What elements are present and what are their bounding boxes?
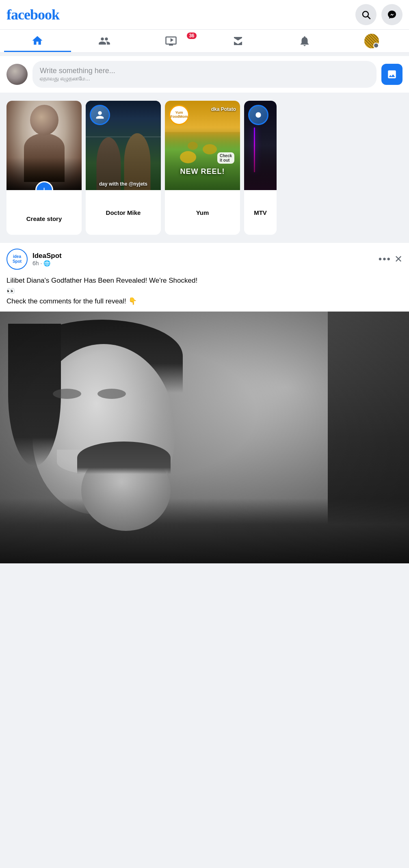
nav-item-profile[interactable] <box>338 30 405 52</box>
post-placeholder-tamil: ஏதாவது எழுதலாமே... <box>40 75 369 82</box>
post-header: ideaSpot IdeaSpot 6h · 🌐 ••• ✕ <box>0 243 409 274</box>
nav-item-home[interactable] <box>4 30 71 52</box>
watch-badge: 36 <box>187 32 196 39</box>
dismiss-post-button[interactable]: ✕ <box>394 253 403 265</box>
ideaspot-avatar[interactable]: ideaSpot <box>6 249 28 270</box>
facebook-logo: facebook <box>6 6 59 23</box>
doctor-mike-story[interactable]: day with the @nyjets Doctor Mike <box>86 101 161 235</box>
stories-scroll-container: + Create story <box>0 99 409 236</box>
post-composer: Write something here... ஏதாவது எழுதலாமே.… <box>0 56 409 93</box>
create-story-label: Create story <box>26 215 62 222</box>
nav-item-notifications[interactable] <box>271 31 338 51</box>
post-text-content: Lilibet Diana's Godfather Has Been Revea… <box>0 274 409 312</box>
doctor-mike-label: Doctor Mike <box>106 209 141 216</box>
stories-section: + Create story <box>0 96 409 240</box>
messenger-button[interactable] <box>381 4 403 25</box>
post-placeholder-english: Write something here... <box>40 67 369 75</box>
user-avatar <box>6 64 28 85</box>
header-icons <box>355 4 403 25</box>
add-photo-button[interactable] <box>381 64 403 85</box>
nav-item-watch[interactable]: 36 <box>138 31 205 51</box>
post-input-area[interactable]: Write something here... ஏதாவது எழுதலாமே.… <box>32 61 377 88</box>
post-author-name: IdeaSpot <box>32 252 374 260</box>
post-card: ideaSpot IdeaSpot 6h · 🌐 ••• ✕ Lilibet D… <box>0 243 409 563</box>
post-time: 6h · 🌐 <box>32 260 374 266</box>
navigation-bar: 36 <box>0 30 409 53</box>
post-text-line1: Lilibet Diana's Godfather Has Been Revea… <box>6 275 403 286</box>
check-it-out-badge: Checkit out <box>217 152 234 164</box>
new-reel-label: NEW REEL! <box>165 167 240 176</box>
create-story-card[interactable]: + Create story <box>6 101 82 235</box>
post-emoji-eyes: 👀 <box>6 286 403 297</box>
post-text-line2: Check the comments for the full reveal! … <box>6 296 403 307</box>
post-meta: IdeaSpot 6h · 🌐 <box>32 252 374 266</box>
post-image[interactable] <box>0 312 409 563</box>
yum-story[interactable]: YumFoodMom NEW REEL! dka Potato Checkit … <box>165 101 240 235</box>
post-actions: ••• ✕ <box>379 253 403 265</box>
globe-icon: 🌐 <box>43 260 50 266</box>
potato-text: dka Potato <box>211 106 236 112</box>
yum-label: Yum <box>196 209 209 216</box>
search-button[interactable] <box>355 4 377 25</box>
svg-line-1 <box>368 17 370 19</box>
nav-item-friends[interactable] <box>71 31 138 51</box>
svg-point-3 <box>255 112 261 117</box>
nav-item-marketplace[interactable] <box>205 31 272 51</box>
yum-avatar-badge: YumFoodMom <box>169 105 189 125</box>
svg-point-2 <box>390 72 391 73</box>
app-header: facebook <box>0 0 409 30</box>
story2-subtitle: day with the @nyjets <box>88 181 158 187</box>
mtv-label: MTV <box>254 209 267 216</box>
more-options-button[interactable]: ••• <box>379 253 391 265</box>
mtv-story[interactable]: MTV <box>244 101 277 235</box>
